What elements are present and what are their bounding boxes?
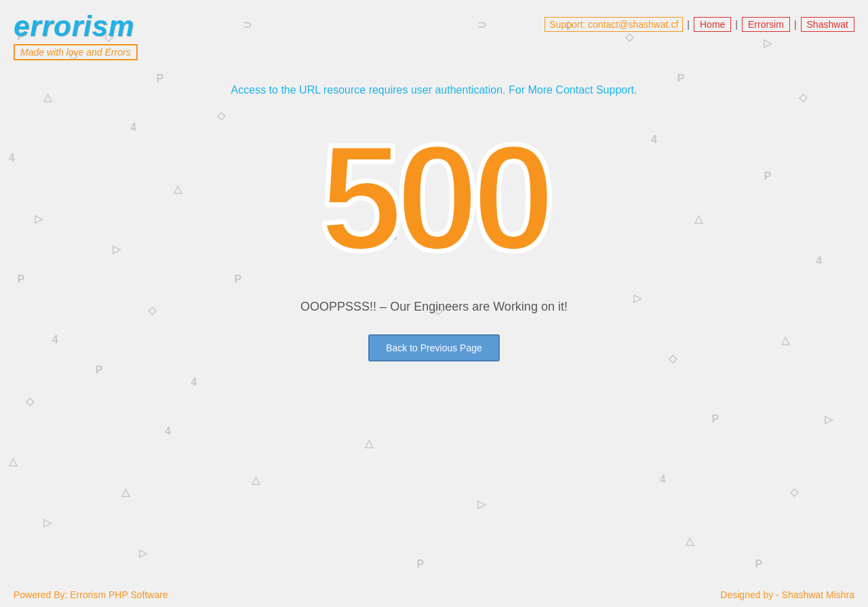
back-to-previous-button[interactable]: Back to Previous Page	[368, 334, 500, 361]
error-subtitle: OOOPPSSS!! – Our Engineers are Working o…	[300, 300, 568, 314]
footer-left-text: Powered By: Errorism PHP Software	[14, 589, 168, 600]
nav-support: Support: contact@shashwat.cf	[545, 17, 683, 32]
nav-home-link[interactable]: Home	[694, 17, 731, 32]
nav-shashwat-link[interactable]: Shashwat	[801, 17, 854, 32]
logo-subtitle: Made with love and Errors	[14, 44, 138, 60]
nav-sep-1: |	[687, 19, 690, 30]
footer: Powered By: Errorism PHP Software Design…	[0, 583, 868, 607]
nav-sep-2: |	[735, 19, 738, 30]
logo-main-text: errorism	[14, 10, 138, 43]
header: errorism Made with love and Errors Suppo…	[0, 0, 868, 71]
nav-sep-3: |	[794, 19, 797, 30]
error-code: 500	[319, 123, 548, 273]
nav-links: Support: contact@shashwat.cf | Home | Er…	[545, 17, 854, 32]
footer-right-text: Designed by - Shashwat Mishra	[720, 589, 854, 600]
logo: errorism Made with love and Errors	[14, 10, 138, 60]
main-content: Access to the URL resource requires user…	[0, 71, 868, 375]
nav-errorsim-link[interactable]: Errorsim	[742, 17, 790, 32]
auth-message: Access to the URL resource requires user…	[231, 84, 637, 96]
